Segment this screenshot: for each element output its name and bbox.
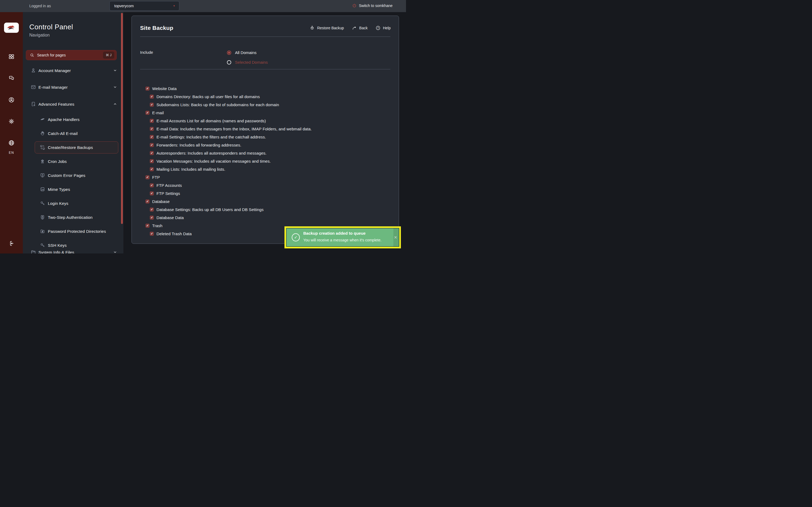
checkbox-row-ftp-accounts: ✓FTP Accounts xyxy=(140,181,390,189)
checkbox-row-mailing-lists: ✓Mailing Lists: Includes all mailing lis… xyxy=(140,165,390,173)
checkbox[interactable]: ✓ xyxy=(150,232,154,236)
language-code[interactable]: EN xyxy=(0,151,23,155)
checkbox[interactable]: ✓ xyxy=(150,151,154,155)
caret-down-icon: ▼ xyxy=(173,1,175,10)
sidebar-item-create-restore-backups[interactable]: Create/Restore Backups xyxy=(23,142,123,153)
sidebar-item-login-keys[interactable]: Login Keys xyxy=(23,197,123,209)
checkbox[interactable]: ✓ xyxy=(150,103,154,107)
checkbox-row-ftp-settings: ✓FTP Settings xyxy=(140,189,390,197)
back-arrow-icon xyxy=(352,25,357,31)
help-button[interactable]: ? Help xyxy=(376,25,391,31)
close-icon[interactable]: ✕ xyxy=(393,235,398,240)
search-icon xyxy=(30,53,34,57)
package-up-icon xyxy=(310,25,315,31)
checkbox[interactable]: ✓ xyxy=(146,87,150,91)
power-icon xyxy=(352,3,357,8)
chevron-down-icon xyxy=(113,250,117,253)
checkbox-row-database-data: ✓Database Data xyxy=(140,214,390,222)
sidebar-item-custom-error-pages[interactable]: Custom Error Pages xyxy=(23,169,123,181)
page: Logged in as topverycom ▼ Switch to somk… xyxy=(0,0,406,253)
success-toast: ✓ Backup creation added to queue You wil… xyxy=(286,228,399,247)
top-bar: Logged in as topverycom ▼ Switch to somk… xyxy=(0,0,406,12)
language-globe-icon[interactable] xyxy=(0,138,23,147)
panel-subtitle: Navigation xyxy=(29,33,50,38)
checkbox-row-subdomains-lists: ✓Subdomains Lists: Backs up the list of … xyxy=(140,101,390,109)
hand-icon xyxy=(40,131,45,136)
logout-icon[interactable] xyxy=(0,239,23,248)
checkbox[interactable]: ✓ xyxy=(146,175,150,179)
checkbox[interactable]: ✓ xyxy=(150,183,154,187)
image-icon xyxy=(40,186,45,192)
feather-icon xyxy=(40,117,45,122)
restore-backup-button[interactable]: Restore Backup xyxy=(310,25,344,31)
checkbox[interactable]: ✓ xyxy=(150,143,154,147)
checkbox[interactable]: ✓ xyxy=(150,95,154,99)
checkbox[interactable]: ✓ xyxy=(150,127,154,131)
checkbox[interactable]: ✓ xyxy=(150,119,154,123)
sidebar-item-system-info-files[interactable]: System Info & Files xyxy=(23,246,123,253)
radio-selected-icon[interactable] xyxy=(227,51,231,55)
checkbox[interactable]: ✓ xyxy=(150,135,154,139)
include-label: Include xyxy=(140,50,153,55)
sidebar-item-email-manager[interactable]: E-mail Manager xyxy=(23,81,123,93)
checkbox-row-forwarders: ✓Forwarders: Includes all forwarding add… xyxy=(140,141,390,149)
switch-user-link[interactable]: Switch to somkhane xyxy=(352,3,392,8)
back-button[interactable]: Back xyxy=(352,25,368,31)
dragon-logo-icon xyxy=(6,24,17,32)
checkbox[interactable]: ✓ xyxy=(146,224,150,228)
envelope-icon xyxy=(31,84,36,90)
document-gear-icon xyxy=(31,101,36,107)
nav-scrollbar-thumb[interactable] xyxy=(121,13,123,224)
toast-title: Backup creation added to queue xyxy=(303,231,366,235)
toast-message: You will receive a message when it's com… xyxy=(303,238,382,242)
checkbox[interactable]: ✓ xyxy=(146,200,150,204)
sidebar-item-account-manager[interactable]: Account Manager xyxy=(23,64,123,76)
checkbox[interactable]: ✓ xyxy=(150,159,154,163)
help-circle-icon: ? xyxy=(376,25,380,31)
sidebar-item-cron-jobs[interactable]: Cron Jobs xyxy=(23,155,123,167)
header-divider xyxy=(140,37,390,37)
sidebar-item-password-protected-directories[interactable]: Password Protected Directories xyxy=(23,225,123,237)
radio-all-domains[interactable]: All Domains xyxy=(227,50,257,55)
folder-lock-icon xyxy=(40,228,45,234)
settings-gear-icon[interactable] xyxy=(0,117,23,126)
sidebar-item-two-step-authentication[interactable]: Two-Step Authentication xyxy=(23,211,123,223)
user-icon xyxy=(31,68,36,73)
switch-user-label: Switch to somkhane xyxy=(359,3,392,8)
checkbox[interactable]: ✓ xyxy=(150,208,154,212)
logged-in-label: Logged in as xyxy=(29,4,51,8)
sidebar-item-advanced-features[interactable]: Advanced Features xyxy=(23,98,123,110)
account-name: topverycom xyxy=(114,4,133,8)
include-divider xyxy=(140,69,390,69)
key-icon xyxy=(40,201,45,206)
sidebar-item-apache-handlers[interactable]: Apache Handlers xyxy=(23,113,123,125)
checkbox[interactable]: ✓ xyxy=(150,216,154,220)
radio-selected-domains[interactable]: Selected Domains xyxy=(227,60,268,64)
folder-icon xyxy=(31,249,36,253)
radio-unselected-icon[interactable] xyxy=(227,60,231,64)
brand-logo[interactable] xyxy=(4,22,19,33)
sidebar-item-mime-types[interactable]: Mime Types xyxy=(23,183,123,195)
checkbox-row-email: ✓E-mail xyxy=(140,109,390,117)
header-actions: Restore Backup Back ? Help xyxy=(310,25,391,31)
checkbox[interactable]: ✓ xyxy=(150,191,154,195)
navigation-panel: Control Panel Navigation Search for page… xyxy=(23,12,123,253)
checkbox-row-vacation-messages: ✓Vacation Messages: Includes all vacatio… xyxy=(140,157,390,165)
monitor-person-icon xyxy=(40,215,45,220)
chevron-up-icon xyxy=(113,102,117,106)
icon-sidebar: EN xyxy=(0,12,23,253)
messages-icon[interactable] xyxy=(0,73,23,82)
checkbox[interactable]: ✓ xyxy=(150,167,154,171)
chevron-down-icon xyxy=(113,68,117,72)
checkbox-row-ftp: ✓FTP xyxy=(140,173,390,181)
checkbox[interactable]: ✓ xyxy=(146,111,150,115)
monitor-x-icon xyxy=(40,173,45,178)
chevron-down-icon xyxy=(113,85,117,89)
sidebar-item-catch-all-email[interactable]: Catch-All E-mail xyxy=(23,127,123,139)
search-input[interactable]: Search for pages ⌘ J xyxy=(26,50,117,60)
backup-transfer-icon xyxy=(40,145,45,150)
apps-grid-icon[interactable] xyxy=(0,52,23,61)
user-profile-icon[interactable] xyxy=(0,95,23,104)
account-dropdown[interactable]: topverycom ▼ xyxy=(109,1,179,11)
checkbox-row-autoresponders: ✓Autoresponders: Includes all autorespon… xyxy=(140,149,390,157)
